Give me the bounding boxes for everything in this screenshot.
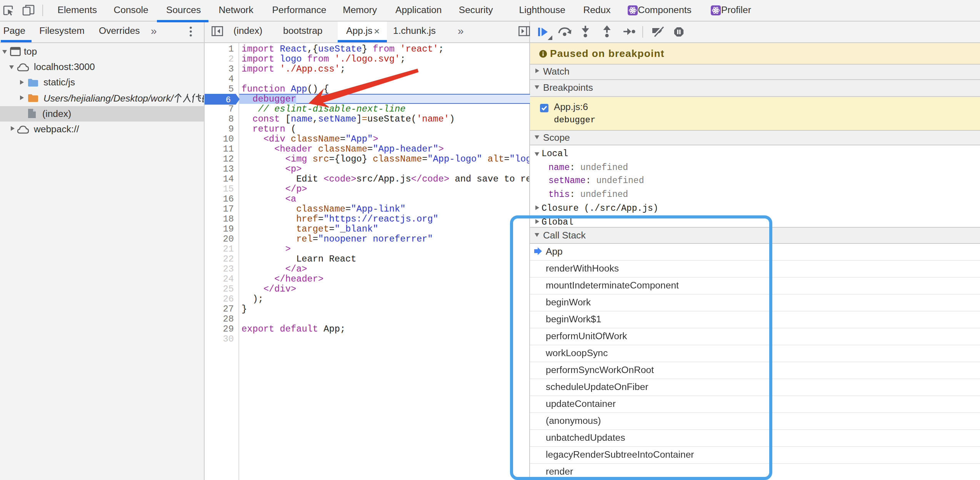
svg-text:6: 6	[226, 95, 231, 104]
